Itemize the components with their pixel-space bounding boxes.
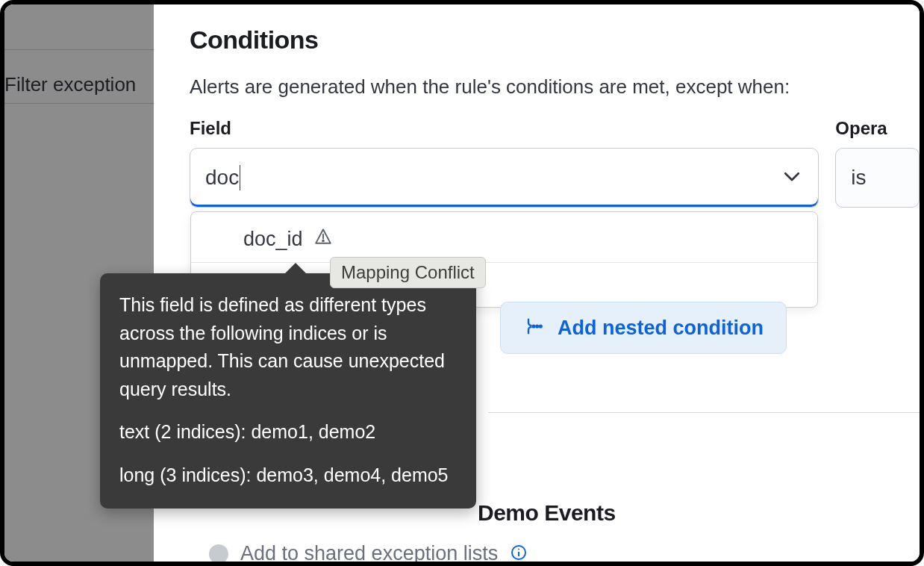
conditions-title: Conditions (190, 25, 920, 55)
svg-point-4 (540, 326, 542, 328)
field-combobox[interactable]: doc doc_id (190, 148, 819, 208)
tooltip-long-indices: long (3 indices): demo3, demo4, demo5 (119, 461, 457, 490)
shared-exception-radio-row[interactable]: Add to shared exception lists (209, 542, 528, 565)
mapping-conflict-badge: Mapping Conflict (330, 257, 486, 288)
svg-point-3 (536, 326, 538, 328)
suggestion-doc-id[interactable]: doc_id (191, 217, 817, 262)
text-cursor (240, 165, 240, 190)
shared-exception-label: Add to shared exception lists (240, 542, 498, 565)
radio-icon (209, 544, 228, 564)
tooltip-text-indices: text (2 indices): demo1, demo2 (119, 418, 457, 447)
field-input-value: doc (205, 166, 239, 190)
demo-events-heading: Demo Events (478, 500, 616, 526)
operator-combobox[interactable]: is (835, 148, 920, 208)
operator-label: Opera (835, 118, 920, 139)
add-nested-condition-button[interactable]: Add nested condition (500, 302, 787, 354)
operator-value: is (851, 166, 866, 190)
nested-icon (523, 316, 544, 340)
tooltip-body: This field is defined as different types… (119, 291, 457, 403)
section-divider (488, 412, 920, 413)
info-icon[interactable] (510, 544, 528, 565)
conditions-subtitle: Alerts are generated when the rule's con… (190, 75, 920, 99)
svg-point-2 (533, 326, 535, 328)
add-nested-condition-label: Add nested condition (558, 317, 764, 340)
warning-icon (313, 227, 333, 252)
field-label: Field (190, 118, 819, 139)
chevron-down-icon[interactable] (781, 165, 803, 190)
svg-point-1 (322, 240, 324, 242)
svg-point-7 (518, 548, 519, 550)
suggestion-label: doc_id (243, 228, 303, 251)
mapping-conflict-tooltip: This field is defined as different types… (100, 273, 476, 509)
